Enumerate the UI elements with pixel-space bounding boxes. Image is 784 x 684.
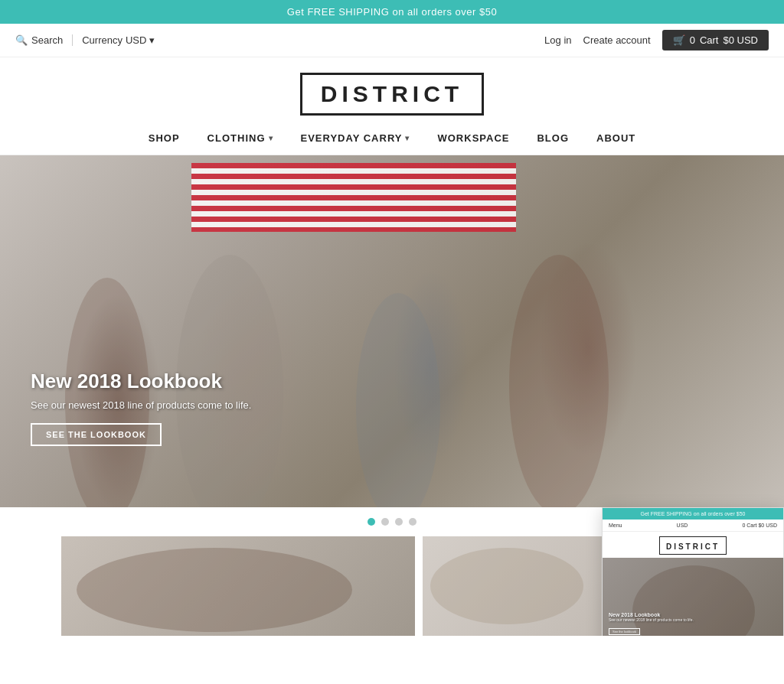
carousel-dot-1[interactable]	[368, 518, 375, 526]
search-button[interactable]: 🔍 Search	[15, 34, 63, 46]
cart-label: Cart	[700, 34, 719, 46]
nav-everyday-carry-label: EVERYDAY CARRY	[301, 132, 403, 144]
top-banner: Get FREE SHIPPING on all orders over $50	[0, 0, 784, 24]
carousel-dot-2[interactable]	[381, 518, 389, 526]
carousel-dot-3[interactable]	[395, 518, 403, 526]
create-account-link[interactable]: Create account	[583, 34, 651, 46]
hero-text-block: New 2018 Lookbook See our newest 2018 li…	[31, 370, 251, 446]
hero-title: New 2018 Lookbook	[31, 370, 251, 393]
popup-logo-area: DISTRICT	[603, 532, 783, 558]
popup-banner: Get FREE SHIPPING on all orders over $50	[603, 508, 783, 520]
main-nav: SHOP CLOTHING ▾ EVERYDAY CARRY ▾ WORKSPA…	[0, 123, 784, 155]
svg-point-7	[77, 548, 352, 632]
nav-clothing-arrow-icon: ▾	[269, 134, 273, 142]
popup-hero-text: New 2018 Lookbook See our newest 2018 li…	[609, 612, 694, 636]
cart-count: 0	[690, 34, 695, 46]
currency-label: Currency	[82, 34, 122, 46]
popup-hero-subtitle: See our newest 2018 line of products com…	[609, 617, 694, 622]
cart-icon: 🛒	[673, 34, 685, 46]
hero-image	[0, 155, 784, 507]
search-label: Search	[31, 34, 63, 46]
nav-item-everyday-carry[interactable]: EVERYDAY CARRY ▾	[301, 132, 410, 144]
currency-arrow-icon: ▾	[149, 34, 155, 46]
popup-header-bar: Menu USD 0 Cart $0 USD	[603, 520, 783, 532]
banner-text: Get FREE SHIPPING on all orders over $50	[287, 6, 497, 18]
popup-hero-title: New 2018 Lookbook	[609, 612, 694, 617]
search-icon: 🔍	[15, 34, 28, 46]
nav-about-label: ABOUT	[596, 132, 635, 144]
header-right: Log in Create account 🛒 0 Cart $0 USD	[544, 30, 769, 50]
svg-point-2	[356, 293, 440, 507]
popup-hero-cta[interactable]: See the lookbook	[609, 628, 640, 635]
currency-selector[interactable]: Currency USD ▾	[72, 34, 155, 46]
nav-blog-label: BLOG	[537, 132, 569, 144]
hero-silhouettes	[0, 155, 784, 507]
cart-button[interactable]: 🛒 0 Cart $0 USD	[662, 30, 769, 50]
carousel-dot-4[interactable]	[409, 518, 416, 526]
bottom-img-left-overlay	[61, 536, 415, 636]
svg-point-3	[509, 255, 609, 507]
header: 🔍 Search Currency USD ▾ Log in Create ac…	[0, 24, 784, 57]
nav-shop-label: SHOP	[149, 132, 180, 144]
logo-box[interactable]: DISTRICT	[300, 73, 484, 116]
popup-cart-label[interactable]: 0 Cart $0 USD	[742, 523, 777, 528]
hero-section: New 2018 Lookbook See our newest 2018 li…	[0, 155, 784, 507]
svg-point-8	[430, 548, 583, 624]
nav-clothing-label: CLOTHING	[207, 132, 266, 144]
nav-workspace-label: WORKSPACE	[437, 132, 509, 144]
popup-logo-text: DISTRICT	[666, 542, 720, 551]
logo-text: DISTRICT	[321, 81, 463, 106]
popup-logo-box[interactable]: DISTRICT	[659, 536, 727, 555]
hero-cta-button[interactable]: SEE THE LOOKBOOK	[31, 423, 162, 446]
cart-amount: $0 USD	[723, 34, 758, 46]
login-link[interactable]: Log in	[544, 34, 571, 46]
popup-currency-label: USD	[677, 523, 688, 528]
bottom-img-left[interactable]	[61, 536, 415, 636]
logo-area: DISTRICT	[0, 57, 784, 123]
currency-value: USD	[126, 34, 146, 46]
nav-item-shop[interactable]: SHOP	[149, 132, 180, 144]
header-left: 🔍 Search Currency USD ▾	[15, 34, 155, 46]
nav-item-blog[interactable]: BLOG	[537, 132, 569, 144]
nav-everyday-carry-arrow-icon: ▾	[405, 134, 410, 142]
nav-item-clothing[interactable]: CLOTHING ▾	[207, 132, 273, 144]
popup-banner-text: Get FREE SHIPPING on all orders over $50	[641, 511, 746, 516]
popup-menu-label[interactable]: Menu	[609, 523, 622, 528]
nav-item-about[interactable]: ABOUT	[596, 132, 635, 144]
hero-subtitle: See our newest 2018 line of products com…	[31, 399, 251, 411]
nav-item-workspace[interactable]: WORKSPACE	[437, 132, 509, 144]
popup-hero-image: New 2018 Lookbook See our newest 2018 li…	[603, 558, 783, 636]
hero-outer: New 2018 Lookbook See our newest 2018 li…	[0, 155, 784, 507]
mobile-preview-popup: Get FREE SHIPPING on all orders over $50…	[602, 507, 784, 636]
